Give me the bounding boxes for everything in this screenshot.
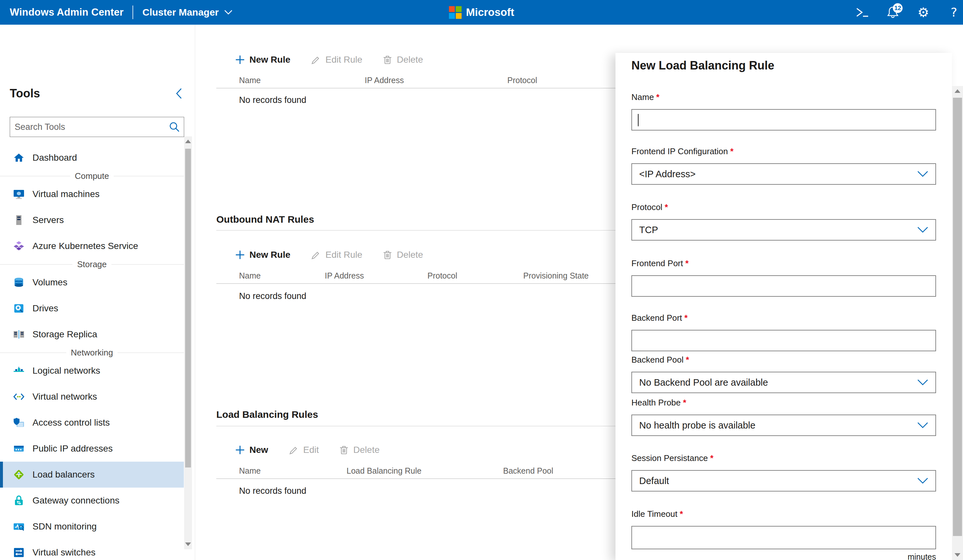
microsoft-logo-squares <box>449 6 462 19</box>
chevron-down-icon <box>224 10 233 15</box>
table-header-2: Name IP Address Protocol Provisioning St… <box>216 269 616 284</box>
field-backend-pool: Backend Pool* No Backend Pool are availa… <box>631 354 936 393</box>
sidebar-scrollbar[interactable] <box>184 136 192 549</box>
settings-button[interactable]: ⚙ <box>916 3 931 22</box>
sidebar-item-gateway-connections[interactable]: Gateway connections <box>0 487 184 513</box>
plus-icon <box>235 250 245 260</box>
session-persistance-select[interactable]: Default <box>631 470 936 492</box>
scroll-up-icon[interactable] <box>185 139 191 143</box>
sidebar-item-virtual-switches[interactable]: Virtual switches <box>0 539 184 560</box>
plus-icon <box>235 445 245 455</box>
panel-scrollbar-thumb[interactable] <box>953 98 962 536</box>
powershell-icon <box>856 7 869 18</box>
drives-icon <box>13 303 25 314</box>
sidebar-item-virtual-machines[interactable]: Virtual machines <box>0 181 184 207</box>
edit-button-3[interactable]: Edit <box>289 445 319 455</box>
virtual-switches-icon <box>13 547 25 558</box>
sidebar-item-load-balancers[interactable]: Load balancers <box>0 461 184 487</box>
chevron-down-icon <box>917 422 928 429</box>
frontend-port-input[interactable] <box>631 275 936 297</box>
help-button[interactable]: ? <box>947 3 961 22</box>
sidebar-item-drives[interactable]: Drives <box>0 295 184 321</box>
tools-search <box>10 117 184 137</box>
collapse-sidebar-button[interactable] <box>174 86 184 100</box>
idle-timeout-input[interactable] <box>631 526 936 549</box>
frontend-ip-configuration-select[interactable]: <IP Address> <box>631 163 936 185</box>
microsoft-logo: Microsoft <box>449 0 514 25</box>
sidebar-item-storage-replica[interactable]: Storage Replica <box>0 321 184 347</box>
empty-state-1: No records found <box>239 94 306 107</box>
sidebar-item-volumes[interactable]: Volumes <box>0 269 184 295</box>
new-button-3[interactable]: New <box>235 445 268 455</box>
notifications-button[interactable]: 12 <box>886 3 900 22</box>
field-idle-timeout: Idle Timeout* <box>631 509 936 549</box>
field-name: Name* <box>631 92 936 131</box>
new-rule-button-2[interactable]: New Rule <box>235 250 290 260</box>
field-session-persistance: Session Persistance* Default <box>631 453 936 492</box>
rules-toolbar-2: New Rule Edit Rule Delete <box>235 246 423 264</box>
gateway-connections-icon <box>13 495 25 507</box>
sidebar-item-azure-kubernetes-service[interactable]: Azure Kubernetes Service <box>0 233 184 259</box>
name-input[interactable] <box>631 109 936 131</box>
title-separator <box>133 5 133 19</box>
chevron-left-icon <box>175 87 183 99</box>
field-frontend-ip-configuration: Frontend IP Configuration* <IP Address> <box>631 146 936 185</box>
delete-button-1[interactable]: Delete <box>383 55 423 65</box>
scroll-down-icon[interactable] <box>185 542 191 546</box>
rules-toolbar-1: New Rule Edit Rule Delete <box>235 51 423 69</box>
volumes-icon <box>13 277 25 288</box>
load-balancing-rules-heading: Load Balancing Rules <box>216 408 318 421</box>
search-input[interactable] <box>10 122 169 132</box>
sidebar-item-sdn-monitoring[interactable]: SDN monitoring <box>0 513 184 539</box>
panel-scrollbar[interactable] <box>952 86 963 560</box>
table-header-1: Name IP Address Protocol <box>216 74 616 88</box>
solution-switcher[interactable]: Cluster Manager <box>142 7 232 18</box>
app-title[interactable]: Windows Admin Center <box>10 6 123 18</box>
pencil-icon <box>311 55 321 65</box>
sidebar-item-logical-networks[interactable]: Logical networks <box>0 358 184 384</box>
chevron-down-icon <box>917 379 928 386</box>
microsoft-wordmark: Microsoft <box>466 6 514 18</box>
sidebar-item-access-control-lists[interactable]: Access control lists <box>0 410 184 436</box>
section-compute: Compute <box>0 171 184 181</box>
scroll-up-icon[interactable] <box>955 89 960 93</box>
storage-replica-icon <box>13 329 25 340</box>
trash-icon <box>383 55 392 65</box>
chevron-down-icon <box>917 227 928 233</box>
idle-timeout-unit: minutes <box>631 552 936 560</box>
scroll-down-icon[interactable] <box>955 553 960 557</box>
chevron-down-icon <box>917 171 928 177</box>
sidebar-item-dashboard[interactable]: Dashboard <box>0 145 184 171</box>
chevron-down-icon <box>917 477 928 484</box>
edit-rule-button-1[interactable]: Edit Rule <box>311 55 363 65</box>
edit-rule-button-2[interactable]: Edit Rule <box>311 250 363 260</box>
tools-sidebar: Tools Dashboard Compute Virtual machines <box>0 25 195 560</box>
rules-toolbar-3: New Edit Delete <box>235 441 380 459</box>
delete-button-2[interactable]: Delete <box>383 250 423 260</box>
section-storage: Storage <box>0 259 184 269</box>
section-divider <box>216 426 616 426</box>
main-content: New Rule Edit Rule Delete Name IP Addres… <box>195 0 616 560</box>
backend-port-input[interactable] <box>631 330 936 351</box>
health-probe-select[interactable]: No health probe is available <box>631 414 936 436</box>
tools-title: Tools <box>10 87 40 100</box>
servers-icon <box>13 214 25 226</box>
panel-title: New Load Balancing Rule <box>631 59 774 73</box>
empty-state-2: No records found <box>239 290 306 303</box>
sidebar-item-virtual-networks[interactable]: Virtual networks <box>0 384 184 410</box>
sdn-monitoring-icon <box>13 521 25 532</box>
top-bar: Windows Admin Center Cluster Manager Mic… <box>0 0 963 25</box>
azure-kubernetes-service-icon <box>13 240 25 252</box>
powershell-button[interactable] <box>855 3 869 22</box>
delete-button-3[interactable]: Delete <box>339 445 380 455</box>
sidebar-item-public-ip-addresses[interactable]: Public IP addresses <box>0 436 184 461</box>
backend-pool-select[interactable]: No Backend Pool are available <box>631 372 936 393</box>
tools-nav: Dashboard Compute Virtual machines Serve… <box>0 145 184 560</box>
new-rule-button-1[interactable]: New Rule <box>235 55 290 65</box>
protocol-select[interactable]: TCP <box>631 219 936 241</box>
sidebar-scrollbar-thumb[interactable] <box>185 149 191 468</box>
sidebar-item-servers[interactable]: Servers <box>0 207 184 233</box>
field-frontend-port: Frontend Port* <box>631 258 936 297</box>
public-ip-addresses-icon <box>13 443 25 455</box>
search-icon <box>169 121 180 133</box>
